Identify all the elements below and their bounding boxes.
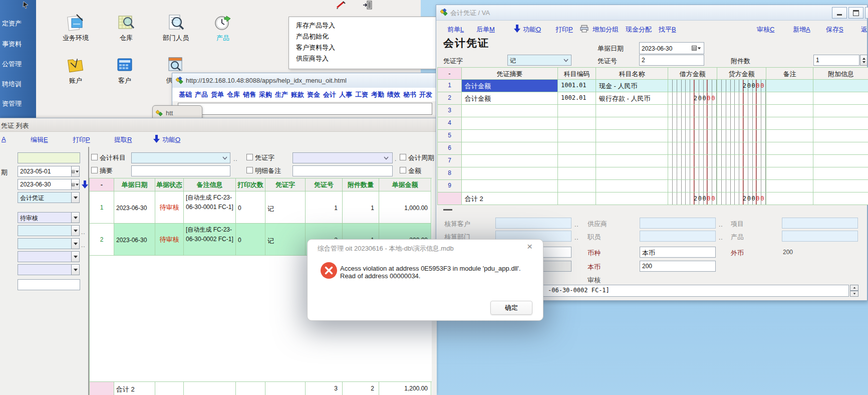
list-titlebar[interactable]: 凭证 列表 <box>0 118 437 132</box>
filter-combo-5-dropdown[interactable] <box>71 251 80 262</box>
close-icon[interactable]: × <box>527 241 532 252</box>
chevron-down-icon[interactable] <box>563 59 568 62</box>
toolbar-remnant-a[interactable]: A <box>2 135 6 143</box>
print-button[interactable]: 打印P <box>73 135 90 144</box>
chevron-down-icon[interactable] <box>222 156 227 160</box>
date-to-field[interactable]: 2023-06-30 <box>18 179 72 190</box>
grid-row[interactable]: 1 合计金额 1001.01 现金 - 人民币 20000 <box>438 80 868 92</box>
minimize-button[interactable] <box>832 7 847 19</box>
browse-dots[interactable]: .. <box>574 221 579 228</box>
printer-icon[interactable] <box>580 25 589 33</box>
table-row[interactable]: 1 2023-06-30 待审核 [自动生成 FC-23-06-30-0001 … <box>90 191 432 224</box>
collapse-dash[interactable] <box>443 209 452 211</box>
date-from-field[interactable]: 2023-05-01 <box>18 166 72 177</box>
icon-label[interactable]: 业务环境 <box>53 34 98 43</box>
address-bar[interactable] <box>178 103 432 115</box>
grid-row[interactable]: 2 合计金额 1002.01 银行存款 - 人民币 20000 <box>438 92 868 105</box>
product-input[interactable] <box>782 231 858 242</box>
menu-production[interactable]: 生产 <box>275 90 288 99</box>
filter-combo-5[interactable] <box>18 251 72 262</box>
attach-count-input[interactable]: 1 <box>813 55 859 66</box>
menu-funds[interactable]: 资金 <box>307 90 320 99</box>
menu-item-stock-import[interactable]: 库存产品导入 <box>296 21 335 30</box>
filter-combo-6[interactable] <box>18 264 72 275</box>
customer-icon[interactable] <box>115 55 134 74</box>
menu-performance[interactable]: 绩效 <box>387 90 400 99</box>
browse-dots[interactable]: .. <box>81 242 86 249</box>
status-combo[interactable]: 待审核 <box>18 212 72 223</box>
grid-row[interactable]: 7 <box>438 155 868 167</box>
design-tool-icon[interactable] <box>336 1 347 9</box>
business-env-icon[interactable] <box>66 13 85 32</box>
sidebar-item-hr-data[interactable]: 事资料 <box>2 40 22 49</box>
project-input[interactable] <box>782 218 858 229</box>
filter-combo-3-dropdown[interactable] <box>71 225 80 236</box>
browse-dots[interactable]: .. <box>574 234 579 241</box>
filter-combo-3[interactable] <box>18 225 72 236</box>
voucher-word-combo[interactable]: 记 <box>507 55 571 66</box>
cash-allocate-button[interactable]: 现金分配 <box>626 25 652 34</box>
account-icon[interactable] <box>66 55 85 74</box>
icon-label[interactable]: 客户 <box>102 76 147 85</box>
add-new-button[interactable]: 新增A <box>793 25 810 34</box>
summary-checkbox[interactable] <box>91 167 98 173</box>
va-titlebar[interactable]: 会计凭证 / VA <box>436 5 867 21</box>
browse-dots[interactable]: .. <box>81 229 86 236</box>
edit-button[interactable]: 编辑E <box>31 135 48 144</box>
memo-scroll-up[interactable] <box>850 285 858 291</box>
grid-row[interactable]: 3 <box>438 105 868 117</box>
icon-label[interactable]: 账户 <box>53 76 98 85</box>
browser-titlebar[interactable]: http://192.168.10.48:8088/apps/help_idx_… <box>172 73 436 88</box>
browse-dots[interactable]: .. <box>719 221 723 228</box>
sidebar-item-recruit-training[interactable]: 聘培训 <box>2 80 22 89</box>
amount-checkbox[interactable] <box>400 167 406 173</box>
customer-input[interactable] <box>495 218 571 229</box>
menu-item-customer-import[interactable]: 客户资料导入 <box>296 43 335 52</box>
attach-spinner[interactable] <box>860 55 867 66</box>
icon-label[interactable]: 产品 <box>200 34 245 43</box>
print-button[interactable]: 打印P <box>555 25 573 34</box>
sidebar-item-payroll-mgmt[interactable]: 资管理 <box>2 99 22 108</box>
period-checkbox[interactable] <box>400 154 406 160</box>
close-button[interactable] <box>865 7 868 19</box>
memo-scroll-down[interactable] <box>850 291 858 297</box>
browse-dot[interactable]: . <box>395 155 397 162</box>
menu-secretary[interactable]: 秘书 <box>403 90 416 99</box>
menu-accounts[interactable]: 账款 <box>291 90 304 99</box>
menu-warehouse[interactable]: 仓库 <box>227 90 240 99</box>
doc-date-calendar-button[interactable] <box>689 43 704 54</box>
function-menu-button[interactable]: 功能O <box>523 25 541 34</box>
save-button[interactable]: 保存S <box>826 25 843 34</box>
local-currency-input[interactable]: 200 <box>640 261 716 272</box>
summary-input[interactable] <box>131 165 230 176</box>
grid-row[interactable]: 8 <box>438 167 868 180</box>
function-menu-button[interactable]: 功能O <box>162 135 180 144</box>
exit-door-icon[interactable] <box>363 1 374 10</box>
next-doc-button[interactable]: 后单M <box>476 25 495 34</box>
menu-payroll[interactable]: 工资 <box>355 90 368 99</box>
grid-row[interactable]: 4 <box>438 117 868 130</box>
doc-type-dropdown-button[interactable] <box>71 192 80 203</box>
product-icon[interactable] <box>213 13 232 32</box>
account-combo[interactable] <box>131 152 230 163</box>
browse-dots[interactable]: .. <box>719 234 723 241</box>
icon-label[interactable]: 仓库 <box>104 34 149 43</box>
ok-button[interactable]: 确定 <box>490 301 532 315</box>
sidebar-item-office-mgmt[interactable]: 公管理 <box>2 60 22 69</box>
date-from-calendar-button[interactable] <box>71 166 80 177</box>
detail-note-input[interactable] <box>293 165 393 176</box>
currency-input[interactable]: 本币 <box>640 247 716 258</box>
grid-row[interactable]: 9 <box>438 180 868 192</box>
employee-input[interactable] <box>640 231 716 242</box>
menu-purchase[interactable]: 采购 <box>259 90 272 99</box>
menu-product[interactable]: 产品 <box>195 90 208 99</box>
menu-item-product-init[interactable]: 产品初始化 <box>296 32 329 41</box>
sidebar-item-fixed-assets[interactable]: 定资产 <box>2 19 22 28</box>
voucher-word-combo[interactable] <box>293 152 393 163</box>
maximize-button[interactable] <box>848 7 863 19</box>
filter-combo-6-dropdown[interactable] <box>71 264 80 275</box>
filter-combo-4[interactable] <box>18 238 72 249</box>
warehouse-icon[interactable] <box>117 13 136 32</box>
menu-hr[interactable]: 人事 <box>339 90 352 99</box>
menu-sales[interactable]: 销售 <box>243 90 256 99</box>
